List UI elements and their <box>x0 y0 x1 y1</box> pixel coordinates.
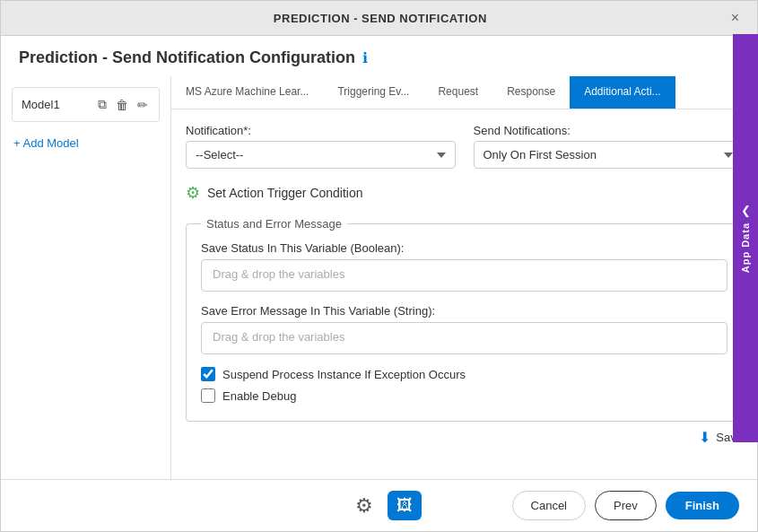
app-data-arrow: ❮ <box>741 204 751 217</box>
main-content: MS Azure Machine Lear... Triggering Ev..… <box>171 76 757 479</box>
tab-response[interactable]: Response <box>492 76 570 109</box>
close-button[interactable]: × <box>728 10 743 26</box>
app-data-label: App Data <box>740 222 751 273</box>
header-row: Prediction - Send Notification Configura… <box>1 36 757 76</box>
model-actions: ⧉ 🗑 ✏ <box>96 95 150 114</box>
model-label: Model1 <box>22 98 60 111</box>
copy-model-button[interactable]: ⧉ <box>96 95 109 114</box>
edit-model-button[interactable]: ✏ <box>135 95 150 114</box>
gear-icon: ⚙ <box>186 183 200 203</box>
add-model-button[interactable]: + Add Model <box>12 133 160 153</box>
body-container: Model1 ⧉ 🗑 ✏ + Add Model MS Azure Machin… <box>1 76 757 479</box>
settings-icon-button[interactable]: ⚙ <box>355 494 373 518</box>
tab-request[interactable]: Request <box>423 76 492 109</box>
page-title: Prediction - Send Notification Configura… <box>19 48 355 67</box>
title-bar: PREDICTION - SEND NOTIFICATION × <box>1 1 757 36</box>
finish-button[interactable]: Finish <box>666 492 739 519</box>
debug-label[interactable]: Enable Debug <box>222 389 296 403</box>
save-status-input[interactable]: Drag & drop the variables <box>201 259 728 292</box>
sidebar: Model1 ⧉ 🗑 ✏ + Add Model <box>1 76 171 479</box>
tab-ms-azure[interactable]: MS Azure Machine Lear... <box>171 76 323 109</box>
notification-group: Notification*: --Select-- <box>186 124 456 169</box>
action-trigger-row[interactable]: ⚙ Set Action Trigger Condition <box>186 183 743 203</box>
save-error-input[interactable]: Drag & drop the variables <box>201 322 728 354</box>
notification-select[interactable]: --Select-- <box>186 141 456 169</box>
bottom-actions: Cancel Prev Finish <box>512 491 739 520</box>
notification-label: Notification*: <box>186 124 456 137</box>
delete-model-button[interactable]: 🗑 <box>114 95 130 114</box>
save-error-placeholder: Drag & drop the variables <box>213 330 344 344</box>
tabs-container: MS Azure Machine Lear... Triggering Ev..… <box>171 76 757 109</box>
tab-additional-actions[interactable]: Additional Acti... <box>570 76 675 109</box>
tab-triggering[interactable]: Triggering Ev... <box>323 76 423 109</box>
model-item: Model1 ⧉ 🗑 ✏ <box>12 87 160 122</box>
save-status-block: Save Status In This Variable (Boolean): … <box>201 241 728 292</box>
save-status-placeholder: Drag & drop the variables <box>213 267 344 281</box>
bottom-bar: ⚙ 🖼 Cancel Prev Finish <box>1 479 757 531</box>
image-icon: 🖼 <box>396 496 413 514</box>
action-trigger-label: Set Action Trigger Condition <box>207 186 363 200</box>
suspend-checkbox[interactable] <box>201 367 215 381</box>
status-fieldset: Status and Error Message Save Status In … <box>186 217 743 422</box>
save-row: ⬇ Save <box>186 422 743 449</box>
settings-icon: ⚙ <box>355 494 373 517</box>
info-icon[interactable]: ℹ <box>362 49 368 66</box>
top-form-row: Notification*: --Select-- Send Notificat… <box>186 124 743 169</box>
save-icon: ⬇ <box>699 429 710 446</box>
save-status-label: Save Status In This Variable (Boolean): <box>201 241 728 255</box>
bottom-icons: ⚙ 🖼 <box>266 491 512 520</box>
cancel-button[interactable]: Cancel <box>512 491 586 520</box>
send-notifications-label: Send Notifications: <box>474 124 744 137</box>
status-legend: Status and Error Message <box>201 217 347 231</box>
prev-button[interactable]: Prev <box>595 491 657 520</box>
save-error-block: Save Error Message In This Variable (Str… <box>201 304 728 354</box>
image-icon-button[interactable]: 🖼 <box>388 491 422 520</box>
modal-title: PREDICTION - SEND NOTIFICATION <box>33 12 728 25</box>
suspend-checkbox-row: Suspend Process Instance If Exception Oc… <box>201 367 728 381</box>
app-data-sidebar[interactable]: ❮ App Data <box>733 34 758 442</box>
tab-content: Notification*: --Select-- Send Notificat… <box>171 109 757 479</box>
send-notifications-group: Send Notifications: Only On First Sessio… <box>474 124 744 169</box>
send-notifications-select[interactable]: Only On First SessionAlwaysNever <box>474 141 744 169</box>
debug-checkbox[interactable] <box>201 388 215 403</box>
suspend-label[interactable]: Suspend Process Instance If Exception Oc… <box>222 368 466 381</box>
debug-checkbox-row: Enable Debug <box>201 388 728 403</box>
save-error-label: Save Error Message In This Variable (Str… <box>201 304 728 318</box>
